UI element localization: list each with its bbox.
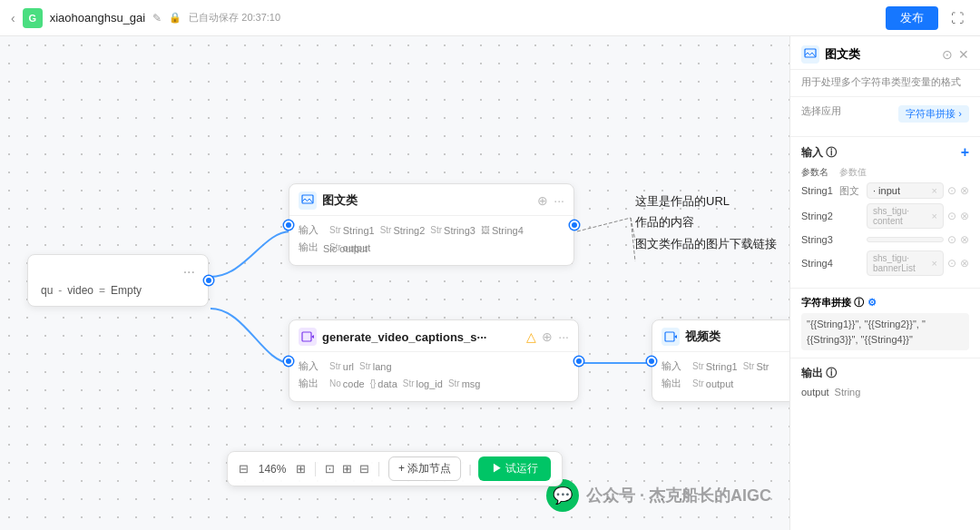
param-value-string3[interactable] [867,237,944,242]
canvas-area[interactable]: ··· qu - video = Empty 图文类 ⊕ [0,36,789,530]
apply-row: 选择应用 字符串拼接 › [801,104,969,123]
output-port-right[interactable] [570,221,579,230]
concat-edit[interactable]: ⚙ [867,297,877,309]
input-port-left[interactable] [284,221,293,230]
watermark-text: 公众号 · 杰克船长的AIGC [586,485,771,506]
bottom-toolbar: ⊟ 146% ⊞ ⊡ ⊞ ⊟ + 添加节点 | ▶ 试运行 [227,451,563,486]
fullscreen-icon[interactable]: ⛶ [946,6,969,30]
node-gen-outputs-row: 输出 No code {} data Str log_id Str msg [299,377,569,390]
app-name: xiaohoanghsu_gai [50,11,146,25]
map-icon[interactable]: ⊞ [342,462,352,476]
panel-input-section: 输入 ⓘ + 参数名 参数值 String1 图文 · input × ⊙ ⊗ [790,137,980,289]
param-header: 参数名 参数值 [801,166,969,179]
zoom-in-btn[interactable]: ⊞ [296,462,306,476]
back-icon[interactable]: ‹ [11,11,15,25]
param-value-string1[interactable]: · input × [867,182,944,199]
input-section-title[interactable]: 输入 ⓘ + [801,144,969,161]
svg-rect-4 [302,332,311,341]
app-icon: G [23,8,43,28]
param-settings-4[interactable]: ⊙ [947,257,956,270]
node-gen-inputs-row: 输入 Str url Str lang [299,359,569,373]
param-delete-4[interactable]: ⊗ [960,257,969,270]
node-video-outputs-row: 输出 Str output [662,377,789,390]
watermark: 💬 公众号 · 杰克船长的AIGC [546,479,771,512]
node-generate-icon [299,328,317,346]
node-gen-warn-icon: △ [526,329,536,344]
add-node-button[interactable]: + 添加节点 [388,456,461,481]
param-delete-1[interactable]: ⊗ [960,184,969,197]
svg-line-1 [631,218,635,240]
param-value-string2[interactable]: shs_tigu· content × [867,203,944,229]
divider2 [378,462,379,476]
var-value: Empty [111,284,142,297]
node-image-icon [299,191,317,210]
node-more-icon[interactable]: ··· [554,193,564,208]
param-actions-2: ⊙ ⊗ [947,210,969,222]
svg-rect-6 [665,332,674,341]
run-button[interactable]: ▶ 试运行 [479,456,551,481]
zoom-level[interactable]: 146% [256,463,289,476]
node-gen-actions[interactable]: △ ⊕ ··· [526,329,569,344]
node-image-text-body: 输入 Str String1 Str String2 Str String3 🖼… [289,216,573,265]
gen-input-port[interactable] [284,357,293,366]
concat-value: "{{String1}}", "{{String2}}", "{{String3… [801,313,969,350]
output-type: String [835,387,861,398]
node-image-text-header: 图文类 ⊕ ··· [289,184,573,216]
add-param-icon[interactable]: + [961,144,969,161]
edit-icon[interactable]: ✎ [152,12,162,25]
param-delete-3[interactable]: ⊗ [960,233,969,246]
node-image-text-title: 图文类 [299,191,358,210]
annotation-line2: 作品的内容 [635,211,777,232]
node-actions[interactable]: ⊕ ··· [537,193,564,208]
param-value-string4[interactable]: shs_tigu· bannerList × [867,250,944,276]
panel-node-icon [801,45,819,64]
param-settings-2[interactable]: ⊙ [947,210,956,222]
node-generate-video-body: 输入 Str url Str lang 输出 No code {} data S… [289,352,578,401]
output-port[interactable] [204,276,213,285]
card-more[interactable]: ··· [41,264,195,280]
card-row: qu - video = Empty [41,284,195,297]
panel-settings-icon[interactable]: ⊙ [942,47,953,62]
node-gen-more-icon[interactable]: ··· [558,329,569,344]
param-actions-4: ⊙ ⊗ [947,257,969,270]
panel-title-text: 图文类 [825,46,860,63]
right-panel: 图文类 ⊙ ✕ 用于处理多个字符串类型变量的格式 选择应用 字符串拼接 › 输入… [789,36,980,530]
annotation-box: 这里是作品的URL 作品的内容 图文类作品的图片下载链接 [635,191,777,254]
top-bar-right: 发布 ⛶ [886,6,969,30]
panel-desc: 用于处理多个字符串类型变量的格式 [790,70,980,97]
publish-button[interactable]: 发布 [886,6,938,30]
screenshot-icon[interactable]: ⊟ [359,462,369,476]
panel-header: 图文类 ⊙ ✕ [790,36,980,70]
output-row: output String [801,387,969,398]
divider3: | [468,463,471,476]
video-input-port[interactable] [647,357,656,366]
panel-output-section: 输出 ⓘ output String [790,358,980,405]
zoom-out-btn[interactable]: ⊟ [239,462,249,476]
node-generate-video-header: generate_video_captions_s··· △ ⊕ ··· [289,320,578,352]
param-delete-2[interactable]: ⊗ [960,210,969,222]
panel-close-icon[interactable]: ✕ [958,47,969,62]
node-outputs-row: 输出 Str output [299,240,564,254]
param-row-string1: String1 图文 · input × ⊙ ⊗ [801,182,969,199]
panel-header-actions: ⊙ ✕ [942,47,969,62]
param-settings-1[interactable]: ⊙ [947,184,956,197]
node-generate-video: generate_video_captions_s··· △ ⊕ ··· 输入 … [289,319,579,402]
var-name: qu [41,284,53,297]
node-generate-video-title: generate_video_captions_s··· [299,328,486,346]
fit-view-icon[interactable]: ⊡ [325,462,335,476]
param-row-string4: String4 shs_tigu· bannerList × ⊙ ⊗ [801,250,969,276]
annotation-line1: 这里是作品的URL [635,191,777,211]
svg-line-2 [631,218,635,261]
param-settings-3[interactable]: ⊙ [947,233,956,246]
gen-output-port[interactable] [574,357,583,366]
node-settings-icon[interactable]: ⊕ [537,193,548,208]
apply-label: 选择应用 [801,104,841,118]
apply-value[interactable]: 字符串拼接 › [898,105,969,123]
node-gen-settings-icon[interactable]: ⊕ [542,329,553,344]
divider1 [315,462,316,476]
lock-icon: 🔒 [169,12,181,24]
param-row-string2: String2 shs_tigu· content × ⊙ ⊗ [801,203,969,229]
output-section-title: 输出 ⓘ [801,366,969,381]
node-video-class-header: 视频类 [652,320,789,352]
annotation-line3: 图文类作品的图片下载链接 [635,233,777,254]
